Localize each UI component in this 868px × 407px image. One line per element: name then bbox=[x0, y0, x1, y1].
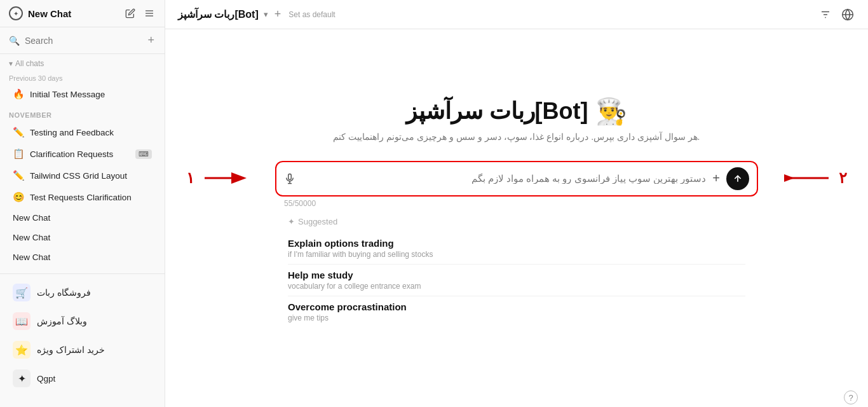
filter-settings-icon[interactable] bbox=[818, 8, 832, 22]
search-input[interactable] bbox=[25, 36, 141, 46]
menu-icon-button[interactable] bbox=[143, 7, 156, 20]
bot-dropdown-button[interactable]: ▾ bbox=[262, 8, 269, 20]
bot-welcome-subtitle: .هر سوال آشپزی داری بپرس. درباره انواع غ… bbox=[333, 132, 700, 142]
list-item[interactable]: 😊 Test Requests Clarification bbox=[4, 187, 161, 207]
new-chat-plus-button[interactable]: + bbox=[146, 32, 156, 48]
sidebar-item-subscription[interactable]: ⭐ خرید اشتراک ویژه bbox=[4, 336, 161, 364]
char-count: 55/50000 bbox=[275, 197, 758, 210]
chat-item-label: New Chat bbox=[13, 233, 50, 242]
chat-item-label: Clarification Requests bbox=[30, 149, 113, 159]
blog-label: وبلاگ آموزش bbox=[37, 316, 87, 326]
chat-item-label: Testing and Feedback bbox=[30, 128, 114, 137]
suggestion-sub-1: if I'm familiar with buying and selling … bbox=[288, 250, 745, 259]
sidebar-title: New Chat bbox=[28, 8, 71, 19]
list-item[interactable]: New Chat bbox=[4, 248, 161, 266]
clipboard-icon: 📋 bbox=[13, 148, 25, 160]
chat-item-label: New Chat bbox=[13, 213, 50, 223]
attachment-button[interactable]: + bbox=[712, 171, 720, 186]
question-mark-icon: ? bbox=[848, 393, 853, 403]
suggestion-item-2[interactable]: Help me study vocabulary for a college e… bbox=[288, 265, 745, 296]
mic-button[interactable] bbox=[284, 173, 295, 184]
add-bot-button[interactable]: + bbox=[273, 6, 283, 22]
sidebar-logo-icon: ✦ bbox=[9, 6, 23, 20]
chat-item-label: Initial Test Message bbox=[30, 90, 105, 99]
globe-icon-button[interactable] bbox=[840, 7, 855, 22]
suggestions-label: ✦ Suggested bbox=[288, 217, 745, 226]
suggestion-sub-2: vocabulary for a college entrance exam bbox=[288, 282, 745, 291]
suggestion-title-1: Explain options trading bbox=[288, 238, 745, 249]
main-header: [Bot]ربات سرآشپز ▾ + Set as default bbox=[165, 0, 868, 29]
arrow-2-icon bbox=[784, 169, 835, 188]
bot-name-header: [Bot]ربات سرآشپز ▾ + bbox=[178, 6, 282, 22]
chat-input[interactable] bbox=[302, 173, 706, 184]
keyboard-badge: ⌨ bbox=[135, 149, 152, 159]
chat-area: 👨‍🍳 [Bot]ربات سرآشپز .هر سوال آشپزی داری… bbox=[165, 29, 868, 388]
bot-welcome-title: 👨‍🍳 [Bot]ربات سرآشپز bbox=[333, 97, 700, 127]
set-as-default-link[interactable]: Set as default bbox=[288, 10, 335, 19]
suggestion-title-3: Overcome procrastination bbox=[288, 301, 745, 312]
pencil-icon: ✏️ bbox=[13, 127, 25, 138]
shop-icon: 🛒 bbox=[13, 284, 31, 301]
subscription-label: خرید اشتراک ویژه bbox=[37, 345, 105, 355]
sidebar-item-robot-shop[interactable]: 🛒 فروشگاه ربات bbox=[4, 279, 161, 307]
search-icon: 🔍 bbox=[9, 36, 20, 46]
main-content: [Bot]ربات سرآشپز ▾ + Set as default 👨‍🍳 … bbox=[165, 0, 868, 407]
arrow-1-icon bbox=[198, 169, 249, 188]
pencil-icon-2: ✏️ bbox=[13, 170, 25, 181]
list-item[interactable]: ✏️ Testing and Feedback bbox=[4, 122, 161, 142]
list-item[interactable]: New Chat bbox=[4, 209, 161, 227]
all-chats-label: All chats bbox=[15, 59, 44, 68]
list-item[interactable]: ✏️ Tailwind CSS Grid Layout bbox=[4, 165, 161, 186]
chat-item-label: New Chat bbox=[13, 252, 50, 262]
chevron-down-icon: ▾ bbox=[9, 59, 13, 68]
qgpt-icon: ✦ bbox=[13, 369, 31, 387]
annotation-arrow-1: ١ bbox=[186, 169, 249, 188]
chef-hat-icon: 👨‍🍳 bbox=[595, 97, 627, 127]
suggestion-item-1[interactable]: Explain options trading if I'm familiar … bbox=[288, 233, 745, 265]
sparkle-icon: ✦ bbox=[288, 217, 295, 226]
sidebar-header-left: ✦ New Chat bbox=[9, 6, 71, 20]
list-item[interactable]: 🔥 Initial Test Message bbox=[4, 84, 161, 104]
input-box: + bbox=[275, 161, 758, 197]
chat-item-label: Test Requests Clarification bbox=[30, 193, 132, 202]
bot-welcome-name: [Bot]ربات سرآشپز bbox=[406, 98, 588, 125]
sidebar-item-blog[interactable]: 📖 وبلاگ آموزش bbox=[4, 307, 161, 335]
annotation-arrow-2: ۲ bbox=[784, 169, 847, 188]
bottom-bar: ? bbox=[165, 388, 868, 407]
sidebar-header: ✦ New Chat bbox=[0, 0, 165, 27]
svg-rect-7 bbox=[288, 174, 292, 179]
set-as-default-area: Set as default bbox=[288, 10, 335, 19]
list-item[interactable]: New Chat bbox=[4, 228, 161, 247]
blog-icon: 📖 bbox=[13, 312, 31, 330]
suggested-text: Suggested bbox=[298, 217, 337, 226]
smile-icon: 😊 bbox=[13, 191, 25, 203]
sidebar-item-qgpt[interactable]: ✦ Qgpt bbox=[4, 364, 161, 392]
suggestion-item-3[interactable]: Overcome procrastination give me tips bbox=[288, 296, 745, 328]
all-chats-toggle[interactable]: ▾ All chats bbox=[0, 54, 165, 71]
star-icon: ⭐ bbox=[13, 341, 31, 359]
shop-label: فروشگاه ربات bbox=[37, 287, 91, 298]
list-item[interactable]: 📋 Clarification Requests ⌨ bbox=[4, 144, 161, 164]
suggestions-area: ✦ Suggested Explain options trading if I… bbox=[275, 210, 758, 334]
sidebar: ✦ New Chat 🔍 + ▾ All chats Previous 30 d… bbox=[0, 0, 165, 407]
previous-30-days-label: Previous 30 days bbox=[0, 71, 165, 83]
send-button[interactable] bbox=[726, 167, 749, 190]
search-bar: 🔍 + bbox=[0, 27, 165, 54]
edit-icon-button[interactable] bbox=[124, 7, 137, 20]
bot-name-text: [Bot]ربات سرآشپز bbox=[178, 8, 259, 20]
fire-icon: 🔥 bbox=[13, 88, 25, 100]
suggestion-sub-3: give me tips bbox=[288, 314, 745, 322]
help-button[interactable]: ? bbox=[844, 390, 858, 404]
bot-welcome: 👨‍🍳 [Bot]ربات سرآشپز .هر سوال آشپزی داری… bbox=[333, 97, 700, 142]
annotation-number-2: ۲ bbox=[839, 169, 847, 187]
sidebar-bottom-section: 🛒 فروشگاه ربات 📖 وبلاگ آموزش ⭐ خرید اشتر… bbox=[0, 273, 165, 393]
sidebar-header-icons bbox=[124, 7, 156, 20]
input-area-wrapper: ١ ۲ + bbox=[275, 161, 758, 210]
november-label: November bbox=[0, 105, 165, 121]
annotation-number-1: ١ bbox=[186, 169, 194, 187]
main-header-right bbox=[818, 7, 855, 22]
chat-item-label: Tailwind CSS Grid Layout bbox=[30, 171, 127, 181]
qgpt-label: Qgpt bbox=[37, 374, 55, 383]
suggestion-title-2: Help me study bbox=[288, 270, 745, 280]
